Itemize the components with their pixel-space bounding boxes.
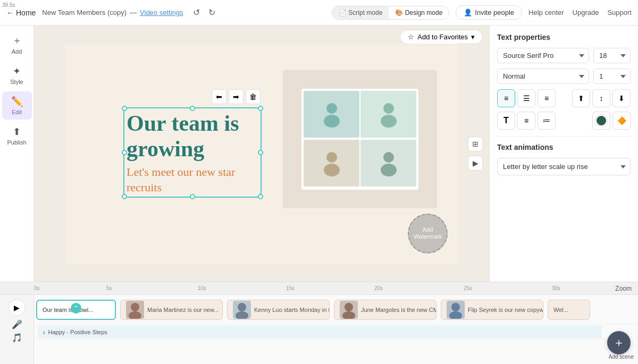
- play-preview-button[interactable]: ▶: [468, 156, 483, 171]
- valign-middle-button[interactable]: ↕: [592, 89, 610, 107]
- duration-display: 39.5s: [2, 2, 15, 8]
- svg-point-15: [449, 311, 462, 319]
- help-center-link[interactable]: Help center: [528, 9, 564, 16]
- person-tile-2: [360, 91, 416, 138]
- handle-top-left[interactable]: [122, 106, 127, 111]
- video-settings-link[interactable]: Video settings: [140, 9, 183, 16]
- handle-top-right[interactable]: [258, 106, 263, 111]
- svg-point-3: [381, 115, 397, 128]
- star-icon: ☆: [408, 33, 414, 41]
- grid-view-button[interactable]: ⊞: [468, 137, 483, 151]
- support-link[interactable]: Support: [607, 9, 632, 16]
- invite-people-button[interactable]: 👤 Invite people: [456, 5, 522, 20]
- sidebar-label-style: Style: [10, 79, 23, 85]
- handle-mid-left[interactable]: [122, 150, 127, 155]
- clip-2-label: Maria Martinez is our new...: [147, 307, 219, 313]
- sidebar-item-publish[interactable]: ⬆ Publish: [2, 122, 32, 150]
- clip-3[interactable]: Kenny Luo starts Monday in t...: [227, 300, 330, 320]
- clip-6[interactable]: Wel...: [548, 300, 590, 320]
- text-selection-box[interactable]: ⬅ ➡ 🗑 Our team is growing Let's meet our…: [123, 107, 262, 198]
- style-icon: ✦: [13, 65, 21, 77]
- animation-select[interactable]: Letter by letter scale up rise: [497, 158, 631, 175]
- handle-bottom-mid[interactable]: [190, 194, 195, 199]
- line-spacing-select[interactable]: 1: [593, 69, 631, 84]
- music-note-icon: ♪: [43, 329, 46, 335]
- timeline-tracks: ⌃ Our team is growi... Maria Martinez is…: [34, 295, 638, 364]
- font-style-select[interactable]: Normal: [497, 69, 589, 84]
- font-size-select[interactable]: 18: [593, 48, 631, 63]
- sidebar: ＋ Add ✦ Style ✏️ Edit ⬆ Publish: [0, 26, 34, 282]
- undo-redo-controls: ↺ ↻: [190, 5, 219, 20]
- handle-bottom-right[interactable]: [258, 194, 263, 199]
- undo-button[interactable]: ↺: [190, 5, 203, 20]
- bold-T-button[interactable]: T: [497, 112, 515, 130]
- svg-point-1: [324, 115, 340, 128]
- move-back-button[interactable]: ⬅: [212, 89, 226, 104]
- handle-top-mid[interactable]: [190, 106, 195, 111]
- text-style-row: T ≡ ≔ 🔶: [497, 112, 631, 130]
- add-watermark-button[interactable]: Add Watermark: [408, 214, 448, 253]
- align-right-button[interactable]: ≡: [538, 89, 556, 107]
- mode-toggle: 📄 Script mode 🎨 Design mode: [332, 6, 449, 20]
- svg-point-6: [383, 152, 394, 163]
- handle-bottom-left[interactable]: [122, 194, 127, 199]
- eyedropper-button[interactable]: 🔶: [612, 112, 631, 130]
- bullet-list-button[interactable]: ≡: [517, 112, 535, 130]
- timeline: 0s 5s 10s 15s 20s 25s 30s Zoom 39.5s ▶ 🎤…: [0, 282, 638, 364]
- svg-point-5: [324, 164, 340, 176]
- person-tile-3: [304, 140, 359, 187]
- panel-divider: [497, 136, 631, 137]
- style-props-row: Normal 1: [497, 69, 631, 84]
- canvas-side-controls: ⊞ ▶: [468, 137, 483, 171]
- sidebar-item-style[interactable]: ✦ Style: [2, 61, 32, 89]
- numbered-list-button[interactable]: ≔: [538, 112, 556, 130]
- music-track[interactable]: ♪ Happy - Positive Steps: [38, 326, 602, 338]
- upgrade-link[interactable]: Upgrade: [573, 9, 599, 16]
- play-button[interactable]: ▶: [9, 299, 26, 316]
- topbar: ← Home New Team Members (copy) — Video s…: [0, 0, 638, 26]
- sidebar-item-add[interactable]: ＋ Add: [2, 30, 32, 59]
- text-toolbar: ⬅ ➡ 🗑: [212, 89, 261, 104]
- timeline-left-controls: 39.5s ▶ 🎤 🎵: [0, 295, 34, 364]
- svg-point-9: [129, 311, 141, 319]
- valign-top-button[interactable]: ⬆: [572, 89, 590, 107]
- clip-1[interactable]: ⌃ Our team is growi...: [36, 300, 116, 320]
- align-left-button[interactable]: ≡: [497, 89, 515, 107]
- canvas-frame[interactable]: ⬅ ➡ 🗑 Our team is growing Let's meet our…: [65, 44, 458, 264]
- tick-0: 0s: [34, 285, 40, 291]
- illustration: [283, 70, 437, 208]
- valign-bottom-button[interactable]: ⬇: [612, 89, 631, 107]
- tick-20: 20s: [374, 285, 383, 291]
- clip-4[interactable]: June Margoles is the new CM...: [334, 300, 436, 320]
- svg-point-7: [381, 164, 397, 176]
- redo-button[interactable]: ↻: [205, 5, 219, 20]
- sub-title-text: Let's meet our new star recruits: [127, 165, 258, 195]
- clip-2[interactable]: Maria Martinez is our new...: [120, 300, 223, 320]
- font-family-select[interactable]: Source Serif Pro: [497, 48, 589, 63]
- add-to-favorites-button[interactable]: ☆ Add to Favorites ▾: [400, 30, 483, 44]
- canvas-area: ☆ Add to Favorites ▾ ⬅ ➡ 🗑: [34, 26, 489, 282]
- mic-button[interactable]: 🎤: [12, 319, 22, 329]
- font-props-row: Source Serif Pro 18: [497, 48, 631, 63]
- home-button[interactable]: ← Home: [6, 9, 36, 17]
- music-button[interactable]: 🎵: [12, 333, 22, 343]
- main-title-text: Our team is growing: [127, 111, 258, 162]
- main-area: ＋ Add ✦ Style ✏️ Edit ⬆ Publish ☆ Add to…: [0, 26, 638, 282]
- delete-button[interactable]: 🗑: [246, 89, 261, 104]
- script-mode-button[interactable]: 📄 Script mode: [332, 6, 389, 19]
- add-scene-button[interactable]: ＋: [607, 331, 631, 354]
- nav-links: Help center Upgrade Support: [528, 9, 632, 16]
- svg-point-13: [342, 311, 355, 319]
- title-area: New Team Members (copy) — Video settings: [42, 9, 183, 16]
- sidebar-item-edit[interactable]: ✏️ Edit: [2, 91, 32, 120]
- clip-4-label: June Margoles is the new CM...: [361, 307, 436, 313]
- align-center-button[interactable]: ☰: [517, 89, 535, 107]
- clip-1-label: Our team is growi...: [43, 307, 93, 313]
- move-forward-button[interactable]: ➡: [229, 89, 244, 104]
- publish-icon: ⬆: [13, 126, 21, 138]
- handle-mid-right[interactable]: [258, 150, 263, 155]
- text-color-button[interactable]: [592, 112, 610, 130]
- svg-point-8: [131, 303, 139, 311]
- design-mode-button[interactable]: 🎨 Design mode: [389, 6, 449, 19]
- clip-5[interactable]: Flip Seyrek is our new copyw...: [441, 300, 543, 320]
